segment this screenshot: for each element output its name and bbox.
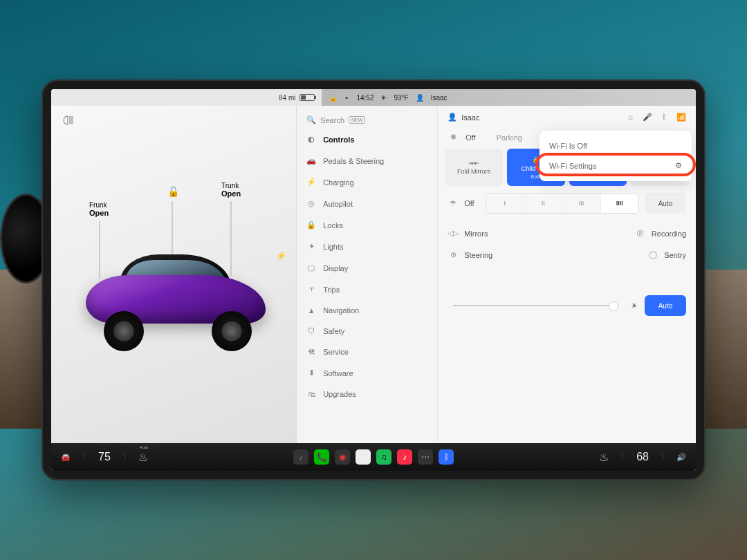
record-app[interactable]: ◉ — [335, 449, 350, 465]
unlock-icon[interactable]: 🔓 — [167, 186, 179, 197]
wipers-auto-button[interactable]: Auto — [645, 193, 686, 214]
recording-label[interactable]: Recording — [652, 230, 686, 238]
car-render[interactable] — [79, 248, 273, 351]
bag-icon: 🛍 — [306, 390, 316, 398]
wiper-speed-2[interactable]: II — [524, 194, 562, 213]
controls-panel: 👤 Isaac ⌂ 🎤 ᛒ 📶 Wi-Fi Is Off Wi-Fi Setti… — [438, 106, 696, 443]
menu-trips[interactable]: ⥾Trips — [297, 279, 437, 300]
download-icon: ⬇ — [306, 368, 316, 377]
menu-charging[interactable]: ⚡Charging — [297, 171, 437, 193]
bluetooth-app[interactable]: ᛒ — [439, 449, 454, 465]
wipers-state[interactable]: Off — [464, 199, 474, 207]
display-icon: ▢ — [306, 263, 316, 272]
airbag-icon: ⚬ — [344, 94, 349, 102]
wiper-speed-1[interactable]: I — [486, 194, 524, 213]
wifi-status-row[interactable]: Wi-Fi Is Off — [540, 136, 692, 156]
calendar-app[interactable] — [356, 449, 371, 465]
menu-label: Safety — [323, 327, 344, 335]
mirrors-label[interactable]: Mirrors — [464, 230, 488, 238]
menu-label: Lights — [323, 243, 343, 251]
frunk-state: Open — [89, 209, 109, 217]
menu-safety[interactable]: ⛉Safety — [297, 321, 437, 342]
wifi-dropdown: Wi-Fi Is Off Wi-Fi Settings ⚙ — [540, 131, 692, 181]
profile-icon[interactable]: 👤 — [416, 94, 424, 102]
menu-label: Upgrades — [323, 390, 356, 398]
lights-mode[interactable]: Parking — [497, 133, 522, 142]
shield-icon: ⛉ — [306, 327, 316, 335]
lock-icon: 🔒 — [306, 221, 316, 230]
sentry-label[interactable]: Sentry — [664, 251, 686, 259]
headlight-icon[interactable] — [61, 115, 75, 125]
menu-navigation[interactable]: ▲Navigation — [297, 300, 437, 321]
menu-software[interactable]: ⬇Software — [297, 362, 437, 384]
driver-temp[interactable]: 75 — [94, 451, 115, 463]
temp-up-left[interactable]: 〉 — [122, 452, 131, 462]
fold-mirrors-tile[interactable]: ⇥⇤ Fold Mirrors — [445, 149, 503, 186]
home-icon[interactable]: ⌂ — [628, 113, 633, 122]
passenger-temp[interactable]: 68 — [632, 451, 653, 463]
menu-label: Controls — [323, 136, 354, 144]
lights-state[interactable]: Off — [465, 133, 475, 142]
volume-icon[interactable]: 🔊 — [676, 453, 686, 462]
steering-label[interactable]: Steering — [464, 251, 492, 259]
car-view: Frunk Open Trunk Open 🔓 ⚡ — [51, 106, 296, 443]
brightness-auto-button[interactable]: Auto — [645, 295, 686, 316]
steering-adjust-icon: ⊕ — [448, 250, 459, 259]
steering-icon: ◎ — [306, 199, 316, 208]
seat-heat-left[interactable]: ♨Auto — [138, 451, 148, 464]
menu-service[interactable]: 🛠Service — [297, 342, 437, 362]
search-row[interactable]: 🔍 Search NEW — [297, 111, 437, 129]
wifi-settings-row[interactable]: Wi-Fi Settings ⚙ — [540, 156, 692, 176]
bluetooth-icon[interactable]: ᛒ — [662, 113, 667, 122]
brightness-slider[interactable] — [453, 305, 618, 306]
child-icon: 🔒 — [532, 156, 540, 163]
menu-label: Software — [323, 369, 353, 377]
lock-status-icon[interactable]: 🔓 — [329, 94, 337, 102]
person-icon: 👤 — [448, 113, 457, 122]
new-badge: NEW — [349, 116, 365, 124]
trunk-button[interactable]: Trunk Open — [221, 182, 241, 198]
seat-auto-label: Auto — [140, 445, 148, 449]
charge-bolt-icon[interactable]: ⚡ — [276, 251, 286, 261]
car-icon: 🚗 — [306, 156, 316, 165]
cellular-icon[interactable]: 📶 — [676, 113, 686, 122]
mic-icon[interactable]: 🎤 — [643, 113, 652, 122]
phone-app[interactable]: 📞 — [314, 449, 329, 465]
main-area: Frunk Open Trunk Open 🔓 ⚡ — [51, 106, 696, 443]
mirrors-fold-icon: ⇥⇤ — [468, 160, 479, 167]
profile-selector[interactable]: 👤 Isaac — [448, 113, 479, 122]
temp-up-right[interactable]: 〉 — [660, 452, 670, 462]
profile-name[interactable]: Isaac — [431, 94, 448, 102]
menu-autopilot[interactable]: ◎Autopilot — [297, 193, 437, 214]
apple-music-app[interactable]: ♪ — [397, 449, 412, 465]
tile-label: Fold Mirrors — [457, 169, 490, 176]
music-app[interactable]: ♪ — [293, 449, 308, 465]
wiper-speed-3[interactable]: III — [562, 194, 600, 213]
more-apps[interactable]: ⋯ — [418, 449, 433, 465]
frunk-label: Frunk — [89, 201, 107, 209]
profile-label: Isaac — [461, 113, 479, 122]
frunk-button[interactable]: Frunk Open — [89, 201, 109, 217]
mirror-adjust-icon: ◁▷ — [448, 229, 459, 238]
controls-icon: ◐ — [306, 135, 316, 144]
search-icon: 🔍 — [306, 115, 316, 124]
seat-heat-right[interactable]: ♨ — [599, 451, 609, 464]
car-dock-icon[interactable]: 🚘 — [61, 453, 71, 462]
range-text: 84 mi — [279, 94, 295, 102]
menu-label: Navigation — [323, 306, 359, 315]
wiper-speed-segment[interactable]: I II III IIII — [486, 193, 639, 214]
menu-display[interactable]: ▢Display — [297, 257, 437, 279]
menu-controls[interactable]: ◐Controls — [297, 129, 437, 150]
menu-lights[interactable]: ✦Lights — [297, 236, 437, 257]
wifi-settings-text: Wi-Fi Settings — [549, 162, 596, 170]
temp-down-right[interactable]: 〈 — [616, 452, 625, 462]
menu-pedals[interactable]: 🚗Pedals & Steering — [297, 150, 437, 171]
temp-down-left[interactable]: 〈 — [77, 452, 87, 462]
menu-locks[interactable]: 🔒Locks — [297, 214, 437, 236]
spotify-app[interactable]: ♫ — [376, 449, 391, 465]
wiper-speed-4[interactable]: IIII — [600, 194, 638, 213]
menu-upgrades[interactable]: 🛍Upgrades — [297, 384, 437, 404]
wrench-icon: 🛠 — [306, 348, 316, 356]
outside-temp: 93°F — [394, 94, 408, 102]
settings-sidebar: 🔍 Search NEW ◐Controls 🚗Pedals & Steerin… — [296, 106, 438, 443]
